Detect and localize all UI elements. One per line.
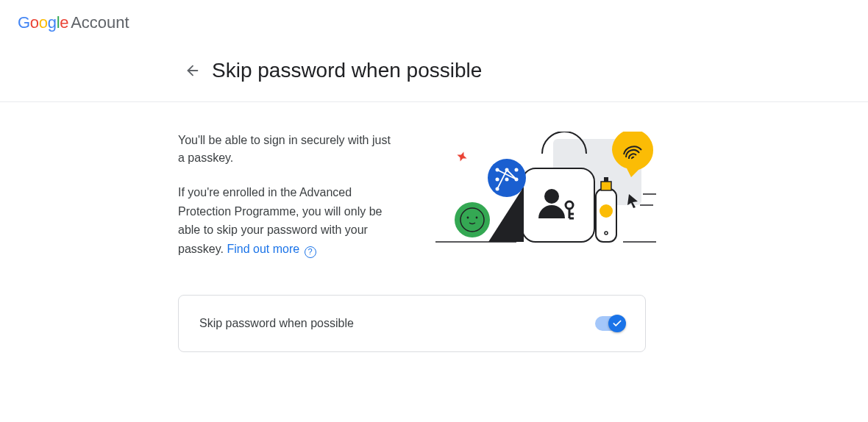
svg-point-27 <box>476 217 478 219</box>
topbar: Google Account <box>0 0 868 41</box>
body-text: If you're enrolled in the Advanced Prote… <box>178 183 399 258</box>
description-column: You'll be able to sign in securely with … <box>178 132 399 258</box>
lead-text: You'll be able to sign in securely with … <box>178 132 399 167</box>
svg-point-18 <box>515 168 519 172</box>
svg-rect-30 <box>604 177 608 182</box>
check-icon <box>612 318 622 329</box>
toggle-label: Skip password when possible <box>199 317 354 330</box>
svg-point-24 <box>455 202 490 237</box>
skip-password-toggle-card: Skip password when possible <box>178 295 646 352</box>
svg-point-10 <box>544 189 559 204</box>
skip-password-switch[interactable] <box>595 316 625 331</box>
google-logo: Google <box>18 13 68 32</box>
product-name: Account <box>71 13 129 32</box>
back-button[interactable] <box>178 56 207 85</box>
svg-point-31 <box>600 204 613 218</box>
passkey-illustration <box>435 132 656 249</box>
help-icon[interactable]: ? <box>305 246 316 258</box>
svg-point-20 <box>505 178 509 182</box>
find-out-more-link[interactable]: Find out more <box>227 243 299 255</box>
page-title: Skip password when possible <box>212 59 482 82</box>
svg-point-26 <box>467 217 469 219</box>
svg-rect-9 <box>522 168 594 242</box>
svg-point-19 <box>496 178 499 182</box>
switch-thumb <box>608 315 626 332</box>
svg-rect-29 <box>601 182 611 190</box>
content-row: You'll be able to sign in securely with … <box>0 102 868 258</box>
page-header: Skip password when possible <box>0 41 868 101</box>
arrow-left-icon <box>185 62 201 79</box>
